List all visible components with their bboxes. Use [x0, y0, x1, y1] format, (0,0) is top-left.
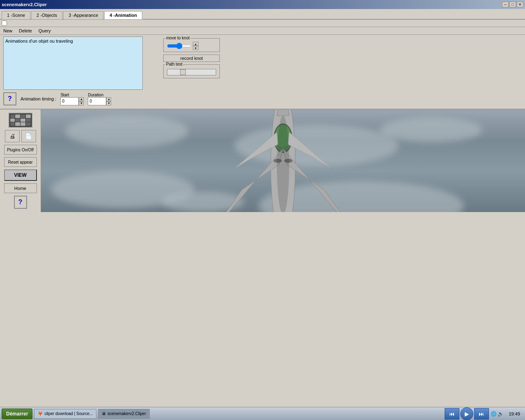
toolbar — [0, 20, 525, 27]
systray: 🌐 🔊 — [491, 411, 504, 417]
taskbar-item-scenemaker-icon: 🖥 — [102, 411, 106, 416]
menu-new[interactable]: New — [2, 28, 14, 34]
taskbar-item-scenemaker-label: scenemakerv2.Cliper — [107, 411, 146, 416]
path-test-slider[interactable] — [167, 69, 216, 75]
move-to-knot-label: move to knot — [165, 36, 190, 40]
speaker-icon: 🔊 — [498, 411, 504, 417]
title-bar-controls: ─ □ ✕ — [502, 2, 523, 7]
media-play-button[interactable]: ▶ — [460, 407, 473, 420]
svg-point-16 — [277, 116, 289, 212]
media-prev-button[interactable]: ⏮ — [445, 408, 459, 420]
duration-label: Duration — [88, 93, 103, 97]
plugins-button[interactable]: Plugins On/Off — [4, 145, 37, 155]
taskbar-media-controls: ⏮ ▶ ⏭ — [445, 407, 489, 420]
menu-bar: New Delete Query — [0, 27, 525, 35]
start-down-button[interactable]: ▼ — [79, 101, 84, 105]
jet-container — [180, 110, 386, 212]
panel-row2: ? Animation timing : Start 0 ▲ ▼ Duratio… — [3, 92, 522, 105]
knot-down-button[interactable]: ▼ — [193, 46, 199, 50]
window-title: scenemakerv2.Cliper — [2, 2, 47, 7]
cloud-3 — [380, 118, 482, 142]
tab-bar: 1 -Scene 2 -Objects 3 -Appearance 4 -Ani… — [0, 9, 525, 20]
reset-appear-button[interactable]: Reset appear — [4, 157, 37, 167]
taskbar-item-cliper[interactable]: 🦊 cliper download | Source... — [34, 409, 96, 419]
grid-view-button[interactable] — [9, 113, 32, 128]
print-button[interactable]: 🖨 — [5, 130, 20, 142]
start-input[interactable]: 0 — [60, 97, 79, 105]
taskbar-item-cliper-icon: 🦊 — [38, 411, 43, 416]
knot-up-button[interactable]: ▲ — [193, 42, 199, 46]
duration-down-button[interactable]: ▼ — [106, 101, 111, 105]
help-button-top[interactable]: ? — [3, 92, 16, 105]
svg-marker-1 — [277, 110, 289, 116]
sidebar-icon-row: 🖨 📄 — [5, 130, 36, 142]
animation-list[interactable]: Animations d'un objet ou traveling — [3, 37, 143, 90]
animation-timing-label: Animation timing : — [21, 96, 56, 101]
animation-panel: Animations d'un objet ou traveling move … — [0, 35, 525, 110]
view-button[interactable]: VIEW — [4, 169, 37, 181]
taskbar-item-scenemaker[interactable]: 🖥 scenemakerv2.Cliper — [98, 409, 150, 419]
fighter-jet-svg — [180, 110, 386, 212]
toolbar-checkbox[interactable] — [2, 21, 7, 26]
help-button-bottom[interactable]: ? — [14, 196, 27, 209]
taskbar-clock: 19:49 — [505, 411, 523, 416]
start-label: Start — [60, 93, 69, 97]
cloud-1 — [65, 115, 188, 148]
start-up-button[interactable]: ▲ — [79, 97, 84, 101]
record-knot-button[interactable]: record knot — [163, 55, 220, 62]
sidebar: 🖨 📄 Plugins On/Off Reset appear VIEW Hom… — [0, 110, 41, 212]
maximize-button[interactable]: □ — [509, 2, 516, 7]
move-to-knot-slider[interactable] — [167, 44, 192, 48]
menu-query[interactable]: Query — [37, 28, 52, 34]
tab-scene[interactable]: 1 -Scene — [2, 11, 30, 19]
path-test-label: Path test — [165, 62, 183, 66]
title-bar: scenemakerv2.Cliper ─ □ ✕ — [0, 0, 525, 9]
tab-objects[interactable]: 2 -Objects — [31, 11, 62, 19]
close-button[interactable]: ✕ — [517, 2, 523, 7]
controls-panel: move to knot ▲ ▼ record knot Path test — [162, 37, 221, 80]
menu-delete[interactable]: Delete — [17, 28, 34, 34]
workspace: 🖨 📄 Plugins On/Off Reset appear VIEW Hom… — [0, 110, 525, 212]
duration-up-button[interactable]: ▲ — [106, 97, 111, 101]
home-button[interactable]: Home — [4, 183, 37, 193]
minimize-button[interactable]: ─ — [502, 2, 509, 7]
panel-row1: Animations d'un objet ou traveling move … — [3, 37, 522, 90]
tab-animation[interactable]: 4 -Animation — [104, 11, 142, 19]
taskbar: Démarrer 🦊 cliper download | Source... 🖥… — [0, 407, 525, 420]
media-next-button[interactable]: ⏭ — [474, 408, 489, 420]
3d-viewer[interactable] — [41, 110, 525, 212]
start-button[interactable]: Démarrer — [2, 409, 32, 419]
animation-list-text: Animations d'un objet ou traveling — [5, 39, 73, 43]
tab-appearance[interactable]: 3 -Appearance — [63, 11, 103, 19]
page-button[interactable]: 📄 — [21, 130, 36, 142]
network-icon: 🌐 — [491, 411, 497, 417]
duration-input[interactable]: 0 — [88, 97, 106, 105]
taskbar-item-cliper-label: cliper download | Source... — [44, 411, 93, 416]
